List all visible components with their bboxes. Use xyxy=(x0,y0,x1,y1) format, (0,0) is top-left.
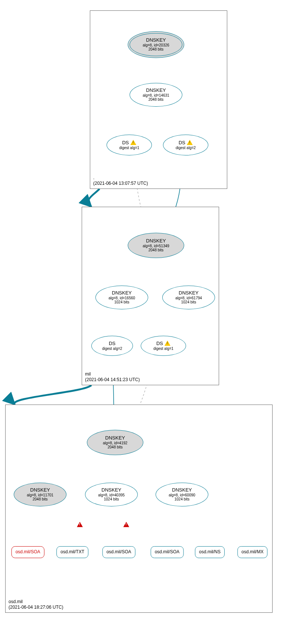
dnskey-mil-zsk-61794: DNSKEY alg=8, id=61794 1024 bits xyxy=(162,286,215,309)
dnskey-osd-11701: DNSKEY alg=8, id=11701 2048 bits xyxy=(14,483,66,506)
zone-osd-label: osd.mil (2021-06-04 18:27:06 UTC) xyxy=(9,599,63,610)
rrset-soa-error: osd.mil/SOA xyxy=(12,546,45,558)
zone-mil-label: mil (2021-06-04 14:51:23 UTC) xyxy=(85,371,140,383)
zone-root-name: . xyxy=(93,175,148,181)
zone-mil-ts: (2021-06-04 14:51:23 UTC) xyxy=(85,377,140,383)
dnskey-mil-ksk: DNSKEY alg=8, id=51349 2048 bits xyxy=(128,233,184,258)
rrset-soa-3: osd.mil/SOA xyxy=(151,546,184,558)
dnskey-root-zsk: DNSKEY alg=8, id=14631 2048 bits xyxy=(130,83,182,107)
ds-mil-alg2: DS digest alg=2 xyxy=(91,336,133,356)
dnskey-osd-ksk: DNSKEY alg=8, id=4192 2048 bits xyxy=(87,430,143,455)
error-icon xyxy=(77,522,83,528)
dnskey-mil-zsk-16560: DNSKEY alg=8, id=16560 1024 bits xyxy=(95,286,148,309)
warning-icon xyxy=(164,341,170,346)
rrset-ns: osd.mil/NS xyxy=(195,546,225,558)
zone-mil-name: mil xyxy=(85,371,140,377)
zone-root-label: . (2021-06-04 13:07:57 UTC) xyxy=(93,175,148,186)
ds-root-alg1: DS digest alg=1 xyxy=(107,135,152,155)
dnskey-osd-60090: DNSKEY alg=8, id=60090 1024 bits xyxy=(156,483,208,506)
error-icon xyxy=(123,522,129,528)
dnssec-diagram: . (2021-06-04 13:07:57 UTC) mil (2021-06… xyxy=(0,0,303,644)
dnskey-root-ksk: DNSKEY alg=8, id=20326 2048 bits xyxy=(128,31,184,58)
zone-osd-ts: (2021-06-04 18:27:06 UTC) xyxy=(9,605,63,610)
warning-icon xyxy=(187,140,193,145)
rrset-mx: osd.mil/MX xyxy=(237,546,267,558)
ds-mil-alg1: DS digest alg=1 xyxy=(141,336,186,356)
zone-osd-name: osd.mil xyxy=(9,599,63,605)
zone-root-ts: (2021-06-04 13:07:57 UTC) xyxy=(93,181,148,186)
rrset-soa-2: osd.mil/SOA xyxy=(102,546,136,558)
warning-icon xyxy=(130,140,136,145)
rrset-txt: osd.mil/TXT xyxy=(56,546,88,558)
dnskey-osd-40395: DNSKEY alg=8, id=40395 1024 bits xyxy=(85,483,138,506)
ds-root-alg2: DS digest alg=2 xyxy=(163,135,208,155)
